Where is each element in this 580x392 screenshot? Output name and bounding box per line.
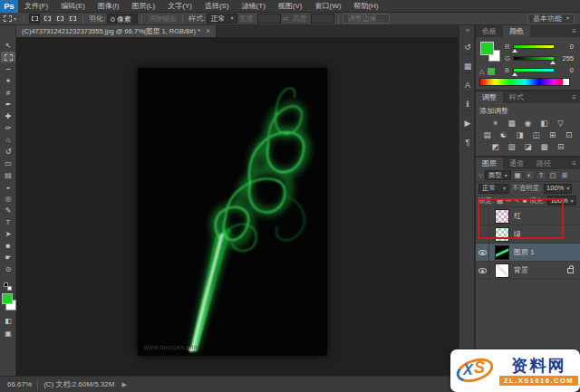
exposure-icon[interactable]: ◧ — [538, 118, 551, 129]
visibility-toggle[interactable] — [476, 225, 489, 243]
new-selection-button[interactable] — [29, 14, 40, 24]
layer-thumbnail[interactable] — [495, 209, 509, 224]
layer-row-1[interactable]: 绿 — [476, 225, 580, 244]
healing-brush-tool[interactable]: ✚ — [1, 110, 15, 121]
eraser-tool[interactable]: ▭ — [1, 158, 15, 168]
lasso-tool[interactable]: ∽ — [1, 63, 15, 74]
menu-item-8[interactable]: 窗口(W) — [308, 0, 347, 13]
history-brush-tool[interactable]: ↺ — [1, 146, 15, 157]
black-white-icon[interactable]: ◨ — [514, 129, 527, 140]
menu-item-5[interactable]: 选择(S) — [198, 0, 236, 13]
channel-slider-B[interactable] — [513, 68, 555, 72]
subtract-from-selection-button[interactable] — [54, 14, 65, 24]
move-tool[interactable]: ↖ — [1, 40, 15, 51]
menu-item-4[interactable]: 文字(Y) — [161, 0, 198, 13]
layers-tab-0[interactable]: 图层 — [476, 158, 503, 169]
lock-pixels-icon[interactable]: ✏ — [506, 196, 511, 205]
gradient-map-icon[interactable]: ▩ — [538, 141, 551, 152]
layers-panel-menu-icon[interactable]: ≡ — [572, 158, 580, 169]
type-tool[interactable]: T — [1, 216, 15, 227]
status-options-icon[interactable]: ▶ — [121, 381, 126, 388]
workspace-switcher[interactable]: 基本功能 ▾ — [527, 14, 575, 24]
gradient-tool[interactable]: ▤ — [1, 169, 15, 180]
layer-name[interactable]: 绿 — [514, 229, 521, 239]
channel-value-G[interactable]: 255 — [557, 54, 574, 62]
menu-item-1[interactable]: 编辑(E) — [54, 0, 92, 13]
default-colors-icon[interactable] — [4, 282, 12, 291]
layer-thumbnail[interactable] — [495, 263, 509, 278]
layers-tab-2[interactable]: 路径 — [530, 158, 557, 169]
curves-icon[interactable]: ◉ — [522, 118, 535, 129]
layer-name[interactable]: 红 — [514, 211, 521, 221]
adjustments-panel-menu-icon[interactable]: ≡ — [572, 91, 580, 103]
blur-tool[interactable]: ◒ — [1, 181, 15, 192]
clone-stamp-tool[interactable]: ⌂ — [1, 134, 15, 145]
brightness-contrast-icon[interactable]: ☀ — [489, 118, 502, 129]
filter-shape-layers-icon[interactable]: ▢ — [548, 170, 558, 180]
lock-position-icon[interactable]: ↖ — [514, 196, 519, 205]
color-spectrum-ramp[interactable] — [479, 78, 570, 86]
menu-item-2[interactable]: 图像(I) — [92, 0, 126, 13]
expand-panels-icon[interactable]: « — [459, 25, 476, 36]
gamut-warning-icon[interactable]: △ — [479, 68, 484, 75]
filter-smart-objects-icon[interactable]: ⊞ — [560, 170, 570, 180]
eyedropper-tool[interactable]: ✒ — [1, 99, 15, 110]
path-selection-tool[interactable]: ➤ — [1, 228, 15, 239]
feather-input[interactable]: 0 像素 — [107, 14, 138, 24]
channel-value-R[interactable]: 0 — [557, 43, 574, 51]
lock-transparency-icon[interactable]: ▦ — [497, 196, 503, 205]
menu-item-6[interactable]: 滤镜(T) — [236, 0, 272, 13]
layer-filter-select[interactable]: 类型 ▾ — [485, 170, 511, 180]
history-panel-icon[interactable]: ↺ — [460, 40, 475, 54]
filter-pixel-layers-icon[interactable]: ▦ — [513, 170, 523, 180]
foreground-color-swatch[interactable] — [2, 293, 13, 304]
channel-value-B[interactable]: 0 — [557, 66, 574, 74]
photo-filter-icon[interactable]: ◫ — [530, 129, 543, 140]
foreground-color-swatch[interactable] — [480, 42, 494, 55]
layer-name[interactable]: 背景 — [514, 265, 528, 275]
visibility-toggle[interactable] — [476, 262, 489, 279]
screen-mode-button[interactable]: ▣ — [1, 328, 15, 339]
zoom-level-input[interactable]: 66.67% — [7, 380, 32, 388]
add-to-selection-button[interactable] — [42, 14, 53, 24]
shape-tool[interactable]: ■ — [1, 240, 15, 251]
color-tab-0[interactable]: 色板 — [476, 25, 503, 37]
layer-thumbnail[interactable] — [495, 245, 509, 260]
canvas-pasteboard[interactable]: www.tooopen.com — [16, 37, 459, 376]
vibrance-icon[interactable]: ▽ — [555, 118, 567, 129]
intersect-with-selection-button[interactable] — [67, 14, 78, 24]
document-tab[interactable]: (C)4737312421232373555.jpg @ 66.7%(图层 1,… — [16, 25, 217, 37]
layer-thumbnail[interactable] — [495, 227, 509, 242]
levels-icon[interactable]: ▦ — [506, 118, 518, 129]
color-lookup-icon[interactable]: ⊡ — [563, 129, 575, 140]
layer-row-0[interactable]: 红 — [476, 207, 580, 225]
blend-mode-select[interactable]: 正常 ▾ — [478, 184, 509, 194]
tool-preset-picker[interactable]: ▾ — [0, 15, 20, 22]
lock-all-icon[interactable]: ■ — [523, 196, 527, 205]
swatches-panel-icon[interactable]: ▦ — [460, 59, 475, 73]
layers-tab-1[interactable]: 通道 — [503, 158, 530, 169]
white-chip[interactable] — [563, 79, 569, 85]
visibility-toggle[interactable] — [476, 244, 489, 261]
layer-row-3[interactable]: 背景 — [476, 262, 580, 280]
info-panel-icon[interactable]: ℹ — [460, 97, 475, 111]
magic-wand-tool[interactable]: ✶ — [1, 75, 15, 86]
posterize-icon[interactable]: ▨ — [506, 141, 518, 152]
pen-tool[interactable]: ✎ — [1, 205, 15, 215]
web-safe-color-icon[interactable] — [488, 68, 495, 75]
channel-slider-G[interactable] — [513, 56, 555, 61]
layer-name[interactable]: 图层 1 — [514, 247, 535, 257]
actions-panel-icon[interactable]: ▶ — [460, 116, 475, 130]
filter-type-layers-icon[interactable]: T — [536, 170, 546, 180]
menu-item-7[interactable]: 视图(V) — [272, 0, 309, 13]
rectangular-marquee-tool[interactable] — [1, 52, 15, 62]
filter-adjustment-layers-icon[interactable]: ◐ — [525, 170, 535, 180]
close-icon[interactable]: × — [206, 25, 210, 37]
channel-slider-R[interactable] — [513, 44, 555, 49]
layer-row-2[interactable]: 图层 1 — [476, 244, 580, 262]
adjustments-tab-1[interactable]: 样式 — [503, 91, 530, 103]
threshold-icon[interactable]: ◪ — [522, 141, 535, 152]
color-tab-1[interactable]: 颜色 — [503, 25, 530, 37]
hue-saturation-icon[interactable]: ▤ — [481, 129, 494, 140]
brush-tool[interactable]: ✏ — [1, 122, 15, 133]
